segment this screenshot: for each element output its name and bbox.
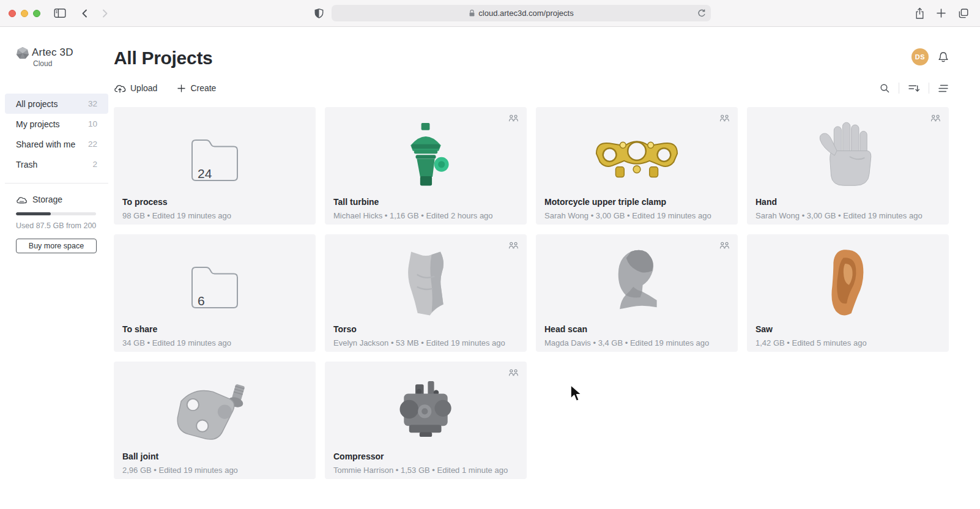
- project-card-to-share[interactable]: 6 To share 34 GB • Edited 19 minutes ago: [114, 234, 316, 352]
- storage-progress-bar: [16, 212, 96, 215]
- shared-users-icon: [508, 368, 519, 379]
- storage-label: Storage: [32, 195, 62, 204]
- project-card-ball-joint[interactable]: Ball joint 2,96 GB • Edited 19 minutes a…: [114, 362, 316, 479]
- privacy-shield-icon[interactable]: [314, 8, 324, 19]
- storage-progress-fill: [16, 212, 51, 215]
- sort-icon[interactable]: [908, 83, 920, 93]
- sidebar-item-my-projects[interactable]: My projects 10: [5, 114, 108, 134]
- toolbar: Upload Create: [114, 82, 949, 94]
- browser-sidebar-toggle-icon[interactable]: [54, 8, 66, 18]
- project-card-hand[interactable]: Hand Sarah Wong • 3,00 GB • Edited 19 mi…: [747, 107, 949, 225]
- project-title: Tall turbine: [333, 197, 518, 207]
- url-bar[interactable]: cloud.artec3d.com/projects: [332, 5, 711, 21]
- project-card-torso[interactable]: Torso Evelyn Jackson • 53 MB • Edited 19…: [325, 234, 527, 352]
- create-button[interactable]: Create: [177, 83, 216, 93]
- lock-icon: [469, 9, 475, 17]
- folder-icon: 24: [188, 136, 242, 187]
- project-card-tall-turbine[interactable]: Tall turbine Michael Hicks • 1,16 GB • E…: [325, 107, 527, 225]
- storage-cloud-icon: [16, 195, 28, 204]
- list-view-icon[interactable]: [938, 84, 949, 93]
- project-card-to-process[interactable]: 24 To process 98 GB • Edited 19 minutes …: [114, 107, 316, 225]
- shared-users-icon: [719, 114, 730, 125]
- project-grid: 24 To process 98 GB • Edited 19 minutes …: [114, 107, 949, 479]
- app-sidebar: Artec 3D Cloud All projects 32 My projec…: [0, 27, 114, 509]
- buy-more-space-button[interactable]: Buy more space: [16, 239, 97, 253]
- folder-count: 6: [198, 294, 205, 308]
- folder-count: 24: [198, 166, 212, 181]
- shared-users-icon: [930, 114, 941, 125]
- shared-users-icon: [719, 241, 730, 252]
- view-tools: [880, 83, 949, 94]
- shared-users-icon: [508, 241, 519, 252]
- storage-section: Storage Used 87.5 GB from 200 Buy more s…: [16, 195, 114, 253]
- thumbnail-head-scan: [536, 234, 738, 319]
- thumbnail-saw: [747, 234, 949, 319]
- project-meta: Evelyn Jackson • 53 MB • Edited 19 minut…: [333, 338, 518, 347]
- project-title: Motorcycle upper triple clamp: [544, 197, 729, 207]
- project-meta: Michael Hicks • 1,16 GB • Edited 2 hours…: [333, 211, 518, 220]
- artec3d-logo-icon: [16, 46, 29, 60]
- new-tab-icon[interactable]: [936, 8, 946, 18]
- browser-chrome: cloud.artec3d.com/projects: [0, 0, 980, 27]
- project-card-head-scan[interactable]: Head scan Magda Davis • 3,4 GB • Edited …: [536, 234, 738, 352]
- share-icon[interactable]: [915, 7, 925, 20]
- thumbnail-ball-joint: [114, 362, 316, 446]
- project-title: To process: [122, 197, 307, 207]
- project-meta: 2,96 GB • Edited 19 minutes ago: [122, 466, 307, 475]
- project-card-compressor[interactable]: Compressor Tommie Harrison • 1,53 GB • E…: [325, 362, 527, 479]
- sidebar-item-count: 2: [92, 160, 97, 169]
- project-title: Saw: [755, 324, 940, 334]
- logo-subtitle: Cloud: [33, 59, 73, 68]
- minimize-window-button[interactable]: [21, 10, 28, 17]
- project-meta: 98 GB • Edited 19 minutes ago: [122, 211, 307, 220]
- sidebar-item-shared-with-me[interactable]: Shared with me 22: [5, 134, 108, 154]
- url-text: cloud.artec3d.com/projects: [478, 9, 573, 18]
- artec3d-logo[interactable]: Artec 3D Cloud: [16, 46, 114, 68]
- plus-icon: [177, 84, 186, 93]
- project-title: Torso: [333, 324, 518, 334]
- project-meta: Tommie Harrison • 1,53 GB • Edited 1 min…: [333, 466, 518, 475]
- thumbnail-torso: [325, 234, 527, 319]
- thumbnail-tall-turbine: [325, 107, 527, 191]
- project-meta: 34 GB • Edited 19 minutes ago: [122, 338, 307, 347]
- folder-icon: 6: [188, 263, 242, 314]
- notifications-bell-icon[interactable]: [938, 51, 949, 63]
- sidebar-item-count: 10: [88, 119, 97, 128]
- search-icon[interactable]: [880, 83, 890, 94]
- project-card-motorcycle-clamp[interactable]: Motorcycle upper triple clamp Sarah Wong…: [536, 107, 738, 225]
- sidebar-nav: All projects 32 My projects 10 Shared wi…: [0, 94, 114, 174]
- tab-overview-icon[interactable]: [957, 8, 969, 19]
- reload-icon[interactable]: [697, 9, 706, 20]
- close-window-button[interactable]: [9, 10, 16, 17]
- sidebar-item-count: 32: [88, 99, 97, 108]
- project-card-saw[interactable]: Saw 1,42 GB • Edited 5 minutes ago: [747, 234, 949, 352]
- sidebar-item-label: All projects: [16, 99, 58, 109]
- back-button[interactable]: [80, 8, 91, 19]
- zoom-window-button[interactable]: [33, 10, 40, 17]
- logo-title: Artec 3D: [32, 46, 73, 59]
- toolbar-divider: [929, 83, 929, 94]
- project-title: Compressor: [333, 451, 518, 461]
- project-title: Hand: [755, 197, 940, 207]
- sidebar-item-label: My projects: [16, 119, 60, 129]
- upload-button[interactable]: Upload: [114, 83, 157, 94]
- project-title: To share: [122, 324, 307, 334]
- sidebar-item-all-projects[interactable]: All projects 32: [5, 94, 108, 114]
- sidebar-item-label: Trash: [16, 160, 37, 169]
- forward-button[interactable]: [99, 8, 110, 19]
- traffic-lights: [9, 10, 40, 17]
- sidebar-divider: [5, 183, 108, 184]
- project-title: Head scan: [544, 324, 729, 334]
- project-meta: Sarah Wong • 3,00 GB • Edited 19 minutes…: [544, 211, 729, 220]
- create-label: Create: [190, 83, 216, 93]
- project-meta: Sarah Wong • 3,00 GB • Edited 19 minutes…: [755, 211, 940, 220]
- avatar[interactable]: DS: [911, 48, 929, 65]
- thumbnail-motorcycle-clamp: [536, 107, 738, 191]
- project-meta: Magda Davis • 3,4 GB • Edited 19 minutes…: [544, 338, 729, 347]
- toolbar-divider: [899, 83, 899, 94]
- project-meta: 1,42 GB • Edited 5 minutes ago: [755, 338, 940, 347]
- project-title: Ball joint: [122, 451, 307, 461]
- sidebar-item-count: 22: [88, 139, 97, 149]
- storage-usage-text: Used 87.5 GB from 200: [16, 221, 114, 230]
- sidebar-item-trash[interactable]: Trash 2: [5, 154, 108, 174]
